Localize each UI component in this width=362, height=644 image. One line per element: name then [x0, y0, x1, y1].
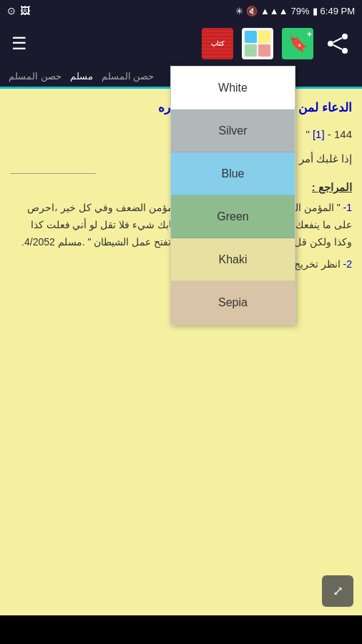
- hadith-quote: ": [305, 128, 309, 140]
- battery-percent: 79%: [291, 6, 310, 16]
- hadith-number: 144: [334, 128, 352, 140]
- book-button[interactable]: كتاب: [199, 25, 236, 62]
- footnote-1-num: 1-: [343, 202, 352, 213]
- menu-button[interactable]: ☰: [6, 28, 33, 59]
- color-label-blue: Blue: [221, 167, 244, 180]
- color-label-sepia: Sepia: [218, 296, 248, 309]
- signal-icon: ▲▲▲: [260, 6, 288, 16]
- share-button[interactable]: [319, 25, 356, 62]
- hamburger-icon: ☰: [11, 34, 27, 53]
- puzzle-icon: [242, 28, 273, 59]
- color-picker-dropdown[interactable]: White Silver Blue Green Khaki Sepia: [170, 66, 295, 325]
- hadith-dash: -: [325, 128, 331, 140]
- breadcrumb-item-2[interactable]: مسلم: [70, 71, 93, 82]
- status-right: ✳ 🔇 ▲▲▲ 79% ▮ 6:49 PM: [235, 6, 355, 16]
- svg-line-3: [333, 38, 342, 42]
- color-option-sepia[interactable]: Sepia: [171, 281, 295, 324]
- expand-icon: ⤢: [333, 583, 343, 599]
- color-label-green: Green: [217, 210, 248, 223]
- bookmark-add-icon: 🔖 +: [282, 28, 313, 59]
- breadcrumb-item-1[interactable]: حصن المسلم: [9, 71, 62, 82]
- color-option-green[interactable]: Green: [171, 195, 295, 238]
- toolbar-icons: كتاب 🔖 +: [199, 25, 356, 62]
- expand-button[interactable]: ⤢: [322, 575, 353, 607]
- svg-point-2: [342, 48, 348, 54]
- status-bar: ⊙ 🖼 ✳ 🔇 ▲▲▲ 79% ▮ 6:49 PM: [0, 0, 362, 21]
- bottom-bar: [0, 615, 362, 644]
- svg-point-1: [328, 41, 333, 47]
- hadith-text-main: إذا غلبك أمر: [299, 152, 352, 165]
- status-left: ⊙ 🖼: [7, 5, 30, 16]
- image-icon: 🖼: [20, 5, 30, 16]
- share-icon: [322, 28, 353, 59]
- time-display: 6:49 PM: [321, 6, 355, 16]
- footnote-2-num: 2-: [343, 258, 352, 270]
- puzzle-button[interactable]: [239, 25, 276, 62]
- svg-line-4: [333, 45, 342, 49]
- svg-point-0: [342, 34, 348, 39]
- bluetooth-icon: ✳: [235, 6, 243, 16]
- color-label-silver: Silver: [218, 125, 247, 137]
- ref-bracket-1: [1]: [313, 128, 325, 140]
- color-option-silver[interactable]: Silver: [171, 109, 295, 152]
- toolbar: ☰ كتاب 🔖 +: [0, 21, 362, 66]
- color-option-khaki[interactable]: Khaki: [171, 238, 295, 281]
- circle-icon: ⊙: [7, 5, 16, 16]
- battery-icon: ▮: [313, 6, 318, 16]
- divider: [10, 173, 96, 174]
- breadcrumb-item-3[interactable]: حصن المسلم: [102, 71, 155, 82]
- bookmark-add-button[interactable]: 🔖 +: [279, 25, 316, 62]
- book-icon: كتاب: [202, 28, 233, 59]
- color-label-white: White: [218, 82, 248, 94]
- color-option-white[interactable]: White: [171, 67, 295, 109]
- color-option-blue[interactable]: Blue: [171, 152, 295, 195]
- mute-icon: 🔇: [246, 6, 258, 16]
- color-label-khaki: Khaki: [218, 253, 247, 266]
